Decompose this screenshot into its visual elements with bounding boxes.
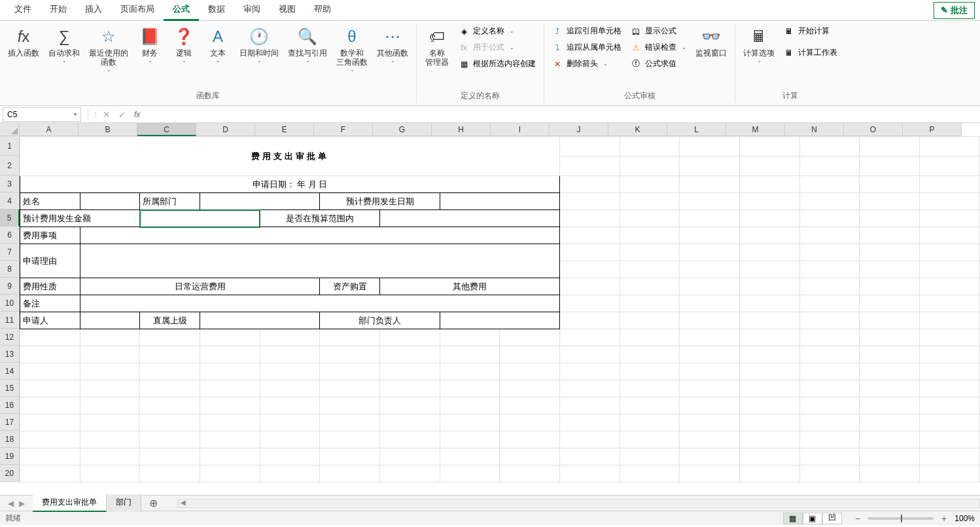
logical-button[interactable]: ❓ 逻辑 ⌄ (167, 24, 200, 66)
watch-window-button[interactable]: 👓 监视窗口 (691, 24, 731, 60)
col-header-P[interactable]: P (903, 123, 962, 136)
label-name[interactable]: 姓名 (20, 193, 80, 210)
drag-handle-icon[interactable]: ⋮ (174, 501, 181, 508)
define-name-button[interactable]: ◈ 定义名称 ⌄ (455, 24, 540, 39)
page-break-view-button[interactable]: 凹 (822, 513, 842, 524)
menu-data[interactable]: 数据 (199, 0, 234, 21)
value-applicant[interactable] (80, 312, 140, 329)
col-header-I[interactable]: I (491, 123, 550, 136)
value-dept[interactable] (200, 193, 320, 210)
menu-page-layout[interactable]: 页面布局 (111, 0, 164, 21)
col-header-K[interactable]: K (608, 123, 667, 136)
row-header-18[interactable]: 18 (0, 431, 20, 448)
apply-date-row[interactable]: 申请日期： 年 月 日 (20, 176, 560, 193)
add-sheet-button[interactable]: ⊕ (141, 497, 166, 509)
label-expected-amount[interactable]: 预计费用发生金额 (20, 210, 140, 227)
col-header-A[interactable]: A (20, 123, 79, 136)
menu-file[interactable]: 文件 (5, 0, 41, 21)
value-remark[interactable] (80, 295, 559, 312)
row-header-7[interactable]: 7 (0, 244, 20, 261)
financial-button[interactable]: 📕 财务 ⌄ (133, 24, 166, 66)
zoom-value[interactable]: 100% (954, 514, 975, 523)
label-dept[interactable]: 所属部门 (140, 193, 200, 210)
row-header-1[interactable]: 1 (0, 136, 20, 156)
value-name[interactable] (80, 193, 140, 210)
active-cell-C5[interactable] (140, 210, 260, 227)
confirm-formula-button[interactable]: ✓ (114, 109, 130, 120)
row-header-10[interactable]: 10 (0, 295, 20, 312)
label-remark[interactable]: 备注 (20, 295, 80, 312)
annotate-button[interactable]: ✎ 批注 (934, 2, 975, 19)
value-reason[interactable] (80, 244, 559, 278)
row-header-13[interactable]: 13 (0, 346, 20, 363)
sheet-tab-1[interactable]: 费用支出审批单 (33, 494, 107, 512)
label-applicant[interactable]: 申请人 (20, 312, 80, 329)
col-header-C[interactable]: C (137, 123, 196, 136)
calculate-sheet-button[interactable]: 🖩计算工作表 (780, 45, 841, 60)
col-header-N[interactable]: N (785, 123, 844, 136)
value-dept-head[interactable] (440, 312, 559, 329)
row-header-19[interactable]: 19 (0, 448, 20, 465)
value-expected-date[interactable] (440, 193, 559, 210)
label-nature[interactable]: 费用性质 (20, 278, 80, 295)
row-header-16[interactable]: 16 (0, 397, 20, 414)
menu-insert[interactable]: 插入 (76, 0, 111, 21)
create-from-selection-button[interactable]: ▦ 根据所选内容创建 (455, 56, 540, 71)
row-header-12[interactable]: 12 (0, 329, 20, 346)
select-all-corner[interactable] (0, 123, 20, 136)
nature-option3[interactable]: 其他费用 (380, 278, 560, 295)
fx-label[interactable]: fx (130, 110, 144, 119)
trace-dependents-button[interactable]: ⤵追踪从属单元格 (548, 40, 625, 55)
text-button[interactable]: A 文本 ⌄ (201, 24, 234, 66)
menu-view[interactable]: 视图 (270, 0, 305, 21)
autosum-button[interactable]: ∑ 自动求和 ⌄ (44, 24, 84, 66)
menu-help[interactable]: 帮助 (305, 0, 340, 21)
evaluate-formula-button[interactable]: ⓕ公式求值 (627, 56, 690, 71)
label-expected-date[interactable]: 预计费用发生日期 (320, 193, 440, 210)
cells-area[interactable]: 费用支出审批单 申请日期： 年 月 日 姓名 所属部门 预计费用发生日期 预计费… (20, 136, 980, 495)
row-header-8[interactable]: 8 (0, 261, 20, 278)
label-item[interactable]: 费用事项 (20, 227, 80, 244)
row-header-14[interactable]: 14 (0, 363, 20, 380)
label-supervisor[interactable]: 直属上级 (140, 312, 200, 329)
nature-option2[interactable]: 资产购置 (320, 278, 380, 295)
calc-options-button[interactable]: 🖩 计算选项 ⌄ (739, 24, 779, 66)
col-header-G[interactable]: G (373, 123, 432, 136)
col-header-L[interactable]: L (667, 123, 726, 136)
row-header-20[interactable]: 20 (0, 465, 20, 482)
trace-precedents-button[interactable]: ⤴追踪引用单元格 (548, 24, 625, 39)
row-header-15[interactable]: 15 (0, 380, 20, 397)
menu-home[interactable]: 开始 (41, 0, 76, 21)
more-functions-button[interactable]: ⋯ 其他函数 ⌄ (373, 24, 412, 66)
zoom-out-button[interactable]: − (852, 513, 863, 524)
row-header-11[interactable]: 11 (0, 312, 20, 329)
label-in-budget[interactable]: 是否在预算范围内 (260, 210, 379, 227)
col-header-E[interactable]: E (255, 123, 314, 136)
error-check-button[interactable]: ⚠错误检查⌄ (627, 40, 690, 55)
value-in-budget[interactable] (380, 210, 560, 227)
col-header-D[interactable]: D (196, 123, 255, 136)
col-header-O[interactable]: O (844, 123, 903, 136)
col-header-J[interactable]: J (550, 123, 608, 136)
insert-function-button[interactable]: fx 插入函数 (4, 24, 43, 60)
horizontal-scrollbar[interactable]: ⋮ ◀ (179, 499, 980, 508)
normal-view-button[interactable]: ▦ (783, 513, 803, 524)
col-header-F[interactable]: F (314, 123, 373, 136)
row-header-17[interactable]: 17 (0, 414, 20, 431)
sheet-next-button[interactable]: ▶ (19, 499, 25, 508)
page-layout-view-button[interactable]: ▣ (803, 513, 822, 524)
form-title[interactable]: 费用支出审批单 (20, 137, 560, 176)
label-dept-head[interactable]: 部门负责人 (320, 312, 440, 329)
row-header-9[interactable]: 9 (0, 278, 20, 295)
row-header-5[interactable]: 5 (0, 209, 20, 227)
name-manager-button[interactable]: 🏷 名称 管理器 (421, 24, 453, 69)
recent-functions-button[interactable]: ☆ 最近使用的 函数 ⌄ (85, 24, 132, 75)
math-trig-button[interactable]: θ 数学和 三角函数 ⌄ (332, 24, 372, 75)
remove-arrows-button[interactable]: ✕删除箭头⌄ (548, 56, 625, 71)
value-supervisor[interactable] (200, 312, 320, 329)
zoom-in-button[interactable]: + (939, 513, 949, 524)
nature-option1[interactable]: 日常运营费用 (80, 278, 320, 295)
row-header-2[interactable]: 2 (0, 156, 20, 175)
row-header-3[interactable]: 3 (0, 175, 20, 192)
label-reason[interactable]: 申请理由 (20, 244, 80, 278)
